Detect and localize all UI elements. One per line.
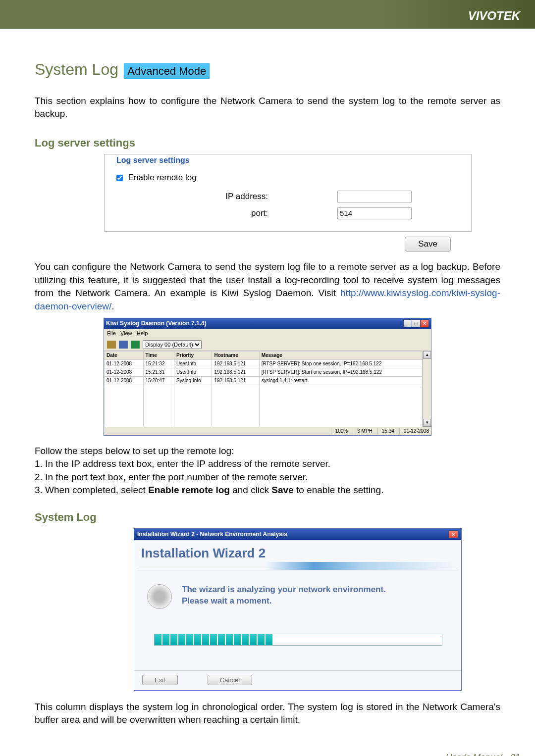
col-message: Message	[259, 351, 422, 359]
logserver-heading: Log server settings	[35, 136, 500, 151]
menu-file[interactable]: File	[107, 330, 116, 336]
enable-remote-log-label: Enable remote log	[128, 173, 197, 182]
port-label: port:	[114, 207, 337, 219]
display-select[interactable]: Display 00 (Default)	[143, 340, 202, 349]
scroll-up-icon[interactable]: ▴	[423, 351, 431, 359]
wizard-header-graphic	[137, 562, 458, 570]
table-row: 01-12-200815:21:31User.Info192.168.5.121…	[105, 368, 423, 376]
kiwi-titlebar: Kiwi Syslog Daemon (Version 7.1.4) _□×	[104, 318, 431, 329]
close-icon[interactable]: ×	[420, 319, 429, 327]
port-input[interactable]	[337, 207, 412, 219]
mode-badge: Advanced Mode	[124, 63, 210, 79]
magnifier-icon	[147, 584, 172, 609]
toolbar-icon-3[interactable]	[131, 341, 140, 349]
footer: User's Manual - 31	[0, 742, 535, 756]
toolbar-icon-2[interactable]	[119, 341, 128, 349]
status-pct: 100%	[331, 428, 348, 435]
enable-remote-log-checkbox[interactable]	[116, 175, 123, 181]
step-3: 3. When completed, select Enable remote …	[35, 484, 500, 497]
systemlog-desc: This column displays the system log in c…	[35, 701, 500, 727]
minimize-icon[interactable]: _	[403, 319, 412, 327]
table-row: 01-12-200815:21:32User.Info192.168.5.121…	[105, 359, 423, 368]
wizard-progressbar	[154, 634, 442, 646]
steps-block: Follow the steps below to set up the rem…	[35, 445, 500, 497]
logserver-fieldset: Log server settings Enable remote log IP…	[104, 154, 472, 232]
kiwi-scrollbar[interactable]: ▴ ▾	[423, 351, 431, 427]
kiwi-title: Kiwi Syslog Daemon (Version 7.1.4)	[106, 319, 207, 328]
wizard-exit-button[interactable]: Exit	[142, 675, 178, 685]
header-divider	[0, 28, 535, 29]
col-date: Date	[105, 351, 144, 359]
maximize-icon[interactable]: □	[412, 319, 421, 327]
wizard-titlebar: Installation Wizard 2 - Network Environm…	[134, 529, 461, 540]
wizard-message: The wizard is analyzing your network env…	[182, 584, 386, 609]
step-1: 1. In the IP address text box, enter the…	[35, 457, 500, 471]
kiwi-table: Date Time Priority Hostname Message 01-1…	[104, 351, 423, 427]
wizard-heading: Installation Wizard 2	[134, 540, 461, 562]
col-hostname: Hostname	[212, 351, 259, 359]
backup-paragraph: You can configure the Network Camera to …	[35, 260, 500, 313]
save-button[interactable]: Save	[405, 237, 451, 252]
scroll-down-icon[interactable]: ▾	[423, 419, 431, 427]
ip-input[interactable]	[337, 191, 412, 202]
page-title: System Log	[35, 60, 118, 78]
kiwi-menubar: File View Help	[104, 329, 431, 338]
kiwi-window: Kiwi Syslog Daemon (Version 7.1.4) _□× F…	[104, 318, 431, 435]
table-row: 01-12-200815:20:47Syslog.Info192.168.5.1…	[105, 376, 423, 385]
wizard-cancel-button[interactable]: Cancel	[208, 675, 252, 685]
ip-label: IP address:	[114, 191, 337, 202]
status-time: 15:34	[377, 428, 394, 435]
wizard-close-icon[interactable]: ×	[448, 530, 458, 538]
systemlog-heading: System Log	[35, 510, 500, 525]
menu-view[interactable]: View	[120, 330, 132, 336]
kiwi-toolbar: Display 00 (Default)	[104, 339, 431, 351]
wizard-window: Installation Wizard 2 - Network Environm…	[134, 528, 462, 691]
status-date: 01-12-2008	[399, 428, 429, 435]
step-2: 2. In the port text box, enter the port …	[35, 471, 500, 484]
logserver-legend: Log server settings	[114, 155, 192, 166]
col-priority: Priority	[174, 351, 212, 359]
status-rate: 3 MPH	[353, 428, 373, 435]
toolbar-icon-1[interactable]	[107, 341, 116, 349]
header-brand: VIVOTEK	[0, 0, 535, 28]
col-time: Time	[143, 351, 174, 359]
kiwi-statusbar: 100% 3 MPH 15:34 01-12-2008	[104, 427, 431, 435]
intro-paragraph: This section explains how to configure t…	[35, 95, 500, 121]
steps-intro: Follow the steps below to set up the rem…	[35, 445, 500, 458]
wizard-title: Installation Wizard 2 - Network Environm…	[137, 530, 287, 539]
kiwi-window-buttons: _□×	[404, 319, 429, 328]
menu-help[interactable]: Help	[137, 330, 148, 336]
